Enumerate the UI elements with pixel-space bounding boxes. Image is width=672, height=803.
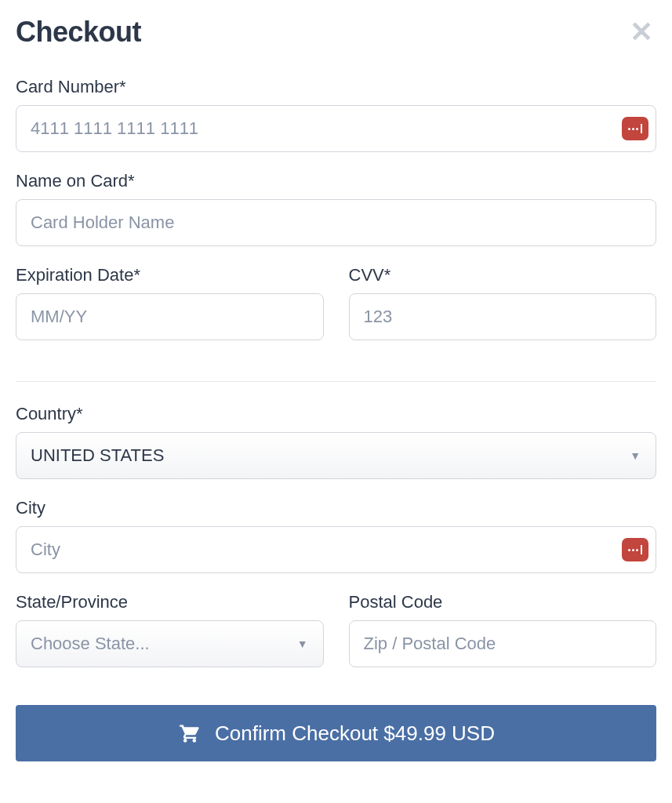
state-postal-row: State/Province Choose State... ▼ Postal … (16, 592, 656, 686)
card-number-label: Card Number* (16, 77, 656, 97)
exp-cvv-row: Expiration Date* CVV* (16, 265, 656, 359)
cvv-label: CVV* (349, 265, 657, 285)
cart-icon (177, 722, 202, 744)
card-number-input-wrap (16, 105, 656, 152)
card-number-input[interactable] (16, 105, 656, 152)
name-on-card-input[interactable] (16, 199, 656, 246)
state-select[interactable]: Choose State... (16, 620, 324, 667)
close-icon[interactable]: ✕ (627, 18, 656, 46)
cvv-input[interactable] (349, 293, 657, 340)
page-title: Checkout (16, 16, 141, 49)
modal-header: Checkout ✕ (16, 16, 656, 49)
expiration-label: Expiration Date* (16, 265, 324, 285)
state-group: State/Province Choose State... ▼ (16, 592, 324, 667)
state-placeholder: Choose State... (31, 634, 150, 654)
checkout-modal: Checkout ✕ Card Number* Name on Card* Ex… (0, 0, 672, 793)
section-divider (16, 381, 656, 382)
state-label: State/Province (16, 592, 324, 612)
confirm-checkout-label: Confirm Checkout $49.99 USD (215, 721, 495, 746)
city-group: City (16, 498, 656, 573)
country-select[interactable]: UNITED STATES (16, 432, 656, 479)
country-value: UNITED STATES (31, 445, 164, 466)
country-group: Country* UNITED STATES ▼ (16, 404, 656, 479)
name-on-card-label: Name on Card* (16, 171, 656, 191)
confirm-checkout-button[interactable]: Confirm Checkout $49.99 USD (16, 705, 656, 761)
autofill-icon[interactable] (622, 117, 648, 140)
postal-input[interactable] (349, 620, 657, 667)
card-number-group: Card Number* (16, 77, 656, 152)
expiration-group: Expiration Date* (16, 265, 324, 340)
city-input[interactable] (16, 526, 656, 573)
postal-group: Postal Code (349, 592, 657, 667)
cvv-group: CVV* (349, 265, 657, 340)
name-on-card-group: Name on Card* (16, 171, 656, 246)
autofill-icon[interactable] (622, 538, 648, 561)
expiration-input[interactable] (16, 293, 324, 340)
city-label: City (16, 498, 656, 518)
country-label: Country* (16, 404, 656, 424)
postal-label: Postal Code (349, 592, 657, 612)
